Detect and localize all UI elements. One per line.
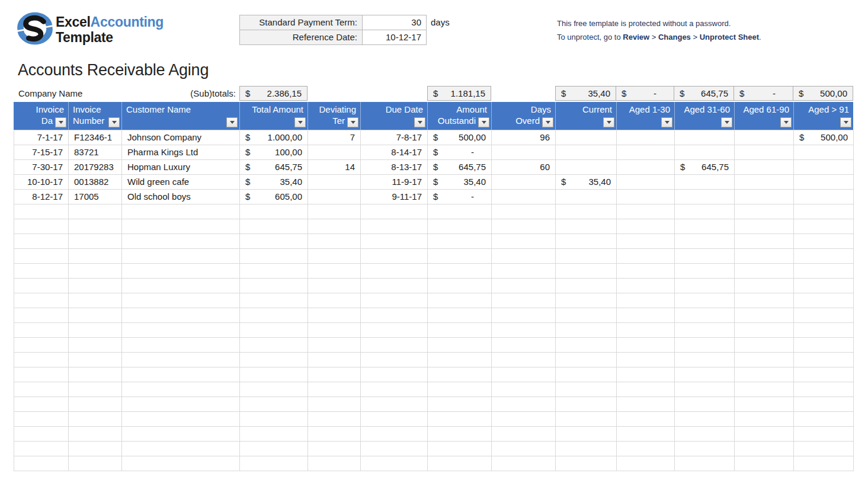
- empty-cell-due_date[interactable]: [361, 264, 428, 279]
- empty-cell-days_overdue[interactable]: [492, 397, 556, 412]
- cell-amount_outstanding[interactable]: $500,00: [428, 130, 492, 145]
- cell-total_amount[interactable]: $1.000,00: [240, 130, 308, 145]
- empty-cell-aged_1_30[interactable]: [617, 279, 675, 293]
- empty-cell-invoice_number[interactable]: [69, 456, 122, 471]
- cell-aged_61_90[interactable]: [735, 175, 794, 190]
- empty-cell-aged_61_90[interactable]: [735, 323, 794, 338]
- cell-invoice_number[interactable]: 83721: [69, 145, 122, 160]
- empty-cell-invoice_date[interactable]: [14, 456, 69, 471]
- cell-aged_1_30[interactable]: [617, 145, 675, 160]
- empty-cell-amount_outstanding[interactable]: [428, 234, 492, 249]
- column-header-aged_1_30[interactable]: Aged 1-30: [616, 102, 674, 130]
- cell-invoice_date[interactable]: 10-10-17: [14, 175, 69, 190]
- empty-cell-current[interactable]: [556, 427, 617, 442]
- cell-invoice_date[interactable]: 7-30-17: [14, 160, 69, 175]
- filter-button-due_date[interactable]: [414, 117, 425, 127]
- empty-cell-aged_91[interactable]: [794, 338, 854, 353]
- empty-cell-total_amount[interactable]: [240, 234, 308, 249]
- empty-cell-total_amount[interactable]: [240, 456, 308, 471]
- cell-aged_31_60[interactable]: [675, 175, 735, 190]
- empty-cell-invoice_date[interactable]: [14, 382, 69, 397]
- empty-cell-aged_61_90[interactable]: [735, 338, 794, 353]
- empty-cell-days_overdue[interactable]: [492, 412, 556, 427]
- empty-cell-aged_31_60[interactable]: [675, 442, 735, 456]
- empty-cell-amount_outstanding[interactable]: [428, 382, 492, 397]
- empty-cell-customer_name[interactable]: [122, 353, 240, 367]
- empty-cell-invoice_date[interactable]: [14, 397, 69, 412]
- empty-cell-total_amount[interactable]: [240, 308, 308, 323]
- column-header-aged_31_60[interactable]: Aged 31-60: [674, 102, 734, 130]
- empty-cell-amount_outstanding[interactable]: [428, 353, 492, 367]
- empty-cell-aged_91[interactable]: [794, 367, 854, 382]
- empty-cell-aged_31_60[interactable]: [675, 427, 735, 442]
- empty-cell-customer_name[interactable]: [122, 456, 240, 471]
- cell-aged_1_30[interactable]: [617, 130, 675, 145]
- empty-cell-due_date[interactable]: [361, 412, 428, 427]
- filter-button-aged_31_60[interactable]: [721, 117, 732, 127]
- empty-cell-aged_61_90[interactable]: [735, 308, 794, 323]
- empty-cell-total_amount[interactable]: [240, 382, 308, 397]
- empty-cell-due_date[interactable]: [361, 353, 428, 367]
- empty-cell-deviating_term[interactable]: [308, 293, 361, 308]
- cell-aged_61_90[interactable]: [735, 160, 794, 175]
- empty-cell-aged_31_60[interactable]: [675, 249, 735, 264]
- empty-cell-aged_91[interactable]: [794, 293, 854, 308]
- empty-cell-invoice_number[interactable]: [69, 338, 122, 353]
- empty-cell-total_amount[interactable]: [240, 353, 308, 367]
- column-header-invoice_number[interactable]: InvoiceNumber: [68, 102, 121, 130]
- cell-aged_91[interactable]: $500,00: [794, 130, 854, 145]
- standard-payment-term-value-cell[interactable]: 30: [363, 15, 427, 30]
- cell-customer_name[interactable]: Old school boys: [122, 190, 240, 204]
- empty-cell-deviating_term[interactable]: [308, 308, 361, 323]
- cell-aged_91[interactable]: [794, 175, 854, 190]
- empty-cell-days_overdue[interactable]: [492, 367, 556, 382]
- empty-cell-aged_31_60[interactable]: [675, 367, 735, 382]
- cell-invoice_number[interactable]: 17005: [69, 190, 122, 204]
- cell-total_amount[interactable]: $35,40: [240, 175, 308, 190]
- empty-cell-due_date[interactable]: [361, 279, 428, 293]
- empty-cell-days_overdue[interactable]: [492, 353, 556, 367]
- cell-current[interactable]: [556, 160, 617, 175]
- empty-cell-customer_name[interactable]: [122, 382, 240, 397]
- empty-cell-current[interactable]: [556, 382, 617, 397]
- empty-cell-total_amount[interactable]: [240, 264, 308, 279]
- empty-cell-total_amount[interactable]: [240, 249, 308, 264]
- empty-cell-invoice_date[interactable]: [14, 293, 69, 308]
- empty-cell-aged_61_90[interactable]: [735, 442, 794, 456]
- filter-button-invoice_date[interactable]: [55, 117, 66, 127]
- empty-cell-aged_61_90[interactable]: [735, 204, 794, 219]
- empty-cell-aged_1_30[interactable]: [617, 204, 675, 219]
- empty-cell-aged_1_30[interactable]: [617, 353, 675, 367]
- cell-customer_name[interactable]: Hopman Luxury: [122, 160, 240, 175]
- subtotal-aged_61_90[interactable]: $-: [734, 86, 793, 101]
- cell-customer_name[interactable]: Pharma Kings Ltd: [122, 145, 240, 160]
- empty-cell-days_overdue[interactable]: [492, 382, 556, 397]
- cell-aged_61_90[interactable]: [735, 190, 794, 204]
- empty-cell-current[interactable]: [556, 234, 617, 249]
- empty-cell-aged_31_60[interactable]: [675, 308, 735, 323]
- empty-cell-due_date[interactable]: [361, 234, 428, 249]
- empty-cell-total_amount[interactable]: [240, 323, 308, 338]
- column-header-aged_61_90[interactable]: Aged 61-90: [734, 102, 793, 130]
- cell-amount_outstanding[interactable]: $-: [428, 145, 492, 160]
- empty-cell-total_amount[interactable]: [240, 427, 308, 442]
- company-name-cell[interactable]: Company Name: [18, 88, 82, 98]
- empty-cell-deviating_term[interactable]: [308, 442, 361, 456]
- empty-cell-customer_name[interactable]: [122, 308, 240, 323]
- cell-amount_outstanding[interactable]: $-: [428, 190, 492, 204]
- empty-cell-invoice_number[interactable]: [69, 382, 122, 397]
- empty-cell-aged_31_60[interactable]: [675, 353, 735, 367]
- empty-cell-deviating_term[interactable]: [308, 412, 361, 427]
- empty-cell-due_date[interactable]: [361, 204, 428, 219]
- empty-cell-total_amount[interactable]: [240, 367, 308, 382]
- empty-cell-aged_1_30[interactable]: [617, 219, 675, 234]
- empty-cell-amount_outstanding[interactable]: [428, 249, 492, 264]
- cell-customer_name[interactable]: Wild green cafe: [122, 175, 240, 190]
- filter-button-amount_outstanding[interactable]: [478, 117, 489, 127]
- cell-amount_outstanding[interactable]: $645,75: [428, 160, 492, 175]
- empty-cell-customer_name[interactable]: [122, 204, 240, 219]
- empty-cell-due_date[interactable]: [361, 367, 428, 382]
- empty-cell-aged_91[interactable]: [794, 353, 854, 367]
- empty-cell-aged_61_90[interactable]: [735, 249, 794, 264]
- empty-cell-customer_name[interactable]: [122, 442, 240, 456]
